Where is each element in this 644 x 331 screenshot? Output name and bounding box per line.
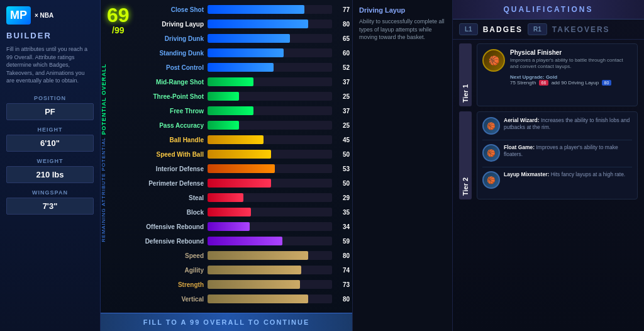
attr-name: Speed With Ball [119, 151, 208, 158]
attr-bar-container [208, 251, 332, 260]
attr-value: 52 [332, 64, 350, 71]
attr-name: Perimeter Defense [119, 180, 208, 187]
attr-row[interactable]: Speed With Ball 50 [119, 147, 350, 161]
attr-name: Three-Point Shot [119, 93, 208, 100]
attr-row[interactable]: Speed 80 [119, 249, 350, 262]
attr-value: 50 [332, 151, 350, 158]
attr-bar-container [208, 5, 332, 14]
attr-name: Speed [119, 252, 208, 259]
attr-row[interactable]: Interior Defense 53 [119, 162, 350, 176]
attr-row[interactable]: Driving Dunk 65 [119, 31, 350, 45]
attr-name: Mid-Range Shot [119, 79, 208, 86]
tab-r1[interactable]: R1 [528, 23, 547, 35]
tab-takeovers-label[interactable]: TAKEOVERS [552, 25, 610, 34]
position-label: POSITION [6, 95, 94, 101]
potential-overall-label: POTENTIAL OVERALL [101, 64, 119, 135]
attr-row[interactable]: Vertical 80 [119, 292, 350, 306]
attr-row[interactable]: Driving Layup 80 [119, 17, 350, 31]
tier2-item: 🏀 Float Game: Improves a player's abilit… [482, 144, 632, 162]
attr-row[interactable]: Pass Accuracy 25 [119, 118, 350, 132]
tab-badges-label[interactable]: BADGES [483, 25, 523, 34]
attr-name: Driving Dunk [119, 35, 208, 42]
attr-row[interactable]: Offensive Rebound 34 [119, 220, 350, 233]
attr-bar [208, 20, 308, 28]
tier2-badge-text-0: Aerial Wizard: Increases the ability to … [504, 117, 632, 131]
tier2-item: 🏀 Aerial Wizard: Increases the ability t… [482, 117, 632, 135]
attr-row[interactable]: Close Shot 77 [119, 3, 350, 16]
attr-bar-container [208, 106, 332, 115]
attr-bar-container [208, 34, 332, 43]
attr-value: 59 [332, 238, 350, 245]
attr-value: 25 [332, 122, 350, 129]
tier2-badge-text-1: Float Game: Improves a player's ability … [504, 144, 632, 158]
nba-logo: × NBA [35, 12, 53, 19]
tier2-badge-desc-2: Hits fancy layups at a high rate. [551, 171, 626, 177]
physical-finisher-icon: 🏀 [482, 49, 505, 72]
attr-bar-container [208, 121, 332, 130]
attr-row[interactable]: Steal 29 [119, 191, 350, 205]
attr-row[interactable]: Post Control 52 [119, 60, 350, 74]
attr-row[interactable]: Defensive Rebound 59 [119, 234, 350, 248]
middle-panel: 69 /99 POTENTIAL OVERALL REMAINING ATTRI… [101, 0, 352, 331]
attr-bar-container [208, 266, 332, 274]
tier2-badge-icon-1: 🏀 [482, 144, 500, 162]
attr-row[interactable]: Perimeter Defense 50 [119, 176, 350, 190]
attr-bar-container [208, 208, 332, 216]
attr-row[interactable]: Free Throw 37 [119, 104, 350, 118]
attr-bar [208, 135, 264, 144]
attributes-list: Close Shot 77 Driving Layup 80 Driving D… [119, 0, 352, 313]
attr-bar-container [208, 92, 332, 101]
attr-value: 45 [332, 137, 350, 143]
tier1-content: 🏀 Physical Finisher Improves a player's … [477, 43, 638, 106]
tier2-badge-name-1: Float Game: [504, 144, 536, 150]
attr-bar [208, 237, 282, 245]
attr-bar [208, 77, 253, 86]
tier2-badge-text-2: Layup Mixmaster: Hits fancy layups at a … [504, 171, 632, 178]
tier2-badge-name-2: Layup Mixmaster: [504, 171, 551, 177]
attr-value: 50 [332, 180, 350, 187]
attr-bar-container [208, 150, 332, 159]
logo-area: MP × NBA [6, 6, 94, 25]
attr-value: 65 [332, 35, 350, 42]
attr-name: Steal [119, 194, 208, 201]
tier2-badge-icon-2: 🏀 [482, 171, 500, 189]
attr-bar-container [208, 77, 332, 86]
attr-name: Block [119, 209, 208, 216]
attr-bar-container [208, 179, 332, 188]
left-panel: MP × NBA BUILDER Fill in attributes unti… [0, 0, 101, 331]
attr-name: Ball Handle [119, 137, 208, 143]
attr-name: Post Control [119, 64, 208, 71]
attr-bar-container [208, 164, 332, 173]
attr-bar [208, 280, 300, 289]
attr-value: 37 [332, 108, 350, 115]
attr-row[interactable]: Strength 73 [119, 278, 350, 291]
attr-row[interactable]: Three-Point Shot 25 [119, 89, 350, 103]
attr-row[interactable]: Block 35 [119, 205, 350, 219]
tier1-label: Tier 1 [459, 43, 472, 106]
attr-bar [208, 295, 308, 303]
attr-bar [208, 48, 284, 57]
attr-row[interactable]: Ball Handle 45 [119, 133, 350, 147]
weight-box: WEIGHT 210 lbs [6, 158, 94, 183]
overall-number: 69 [107, 5, 130, 25]
overall-denom: /99 [107, 25, 130, 35]
attr-name: Interior Defense [119, 166, 208, 172]
tier1-badge-text: Physical Finisher Improves a player's ab… [510, 49, 632, 86]
attr-value: 80 [332, 252, 350, 259]
attr-row[interactable]: Mid-Range Shot 37 [119, 75, 350, 89]
tab-l1[interactable]: L1 [459, 23, 478, 35]
weight-label: WEIGHT [6, 158, 94, 164]
right-panel: QUALIFICATIONS L1 BADGES R1 TAKEOVERS Ti… [453, 0, 644, 331]
info-panel: Driving Layup Ability to successfully co… [352, 0, 453, 331]
tier1-next-upgrade: Next Upgrade: Gold 75 Strength 66 add 90… [510, 74, 632, 86]
tier1-badge-desc: Improves a player's ability to battle th… [510, 57, 632, 70]
attr-name: Close Shot [119, 6, 208, 13]
attr-row[interactable]: Agility 74 [119, 263, 350, 277]
attr-row[interactable]: Standing Dunk 60 [119, 46, 350, 60]
tier1-badge-row: 🏀 Physical Finisher Improves a player's … [482, 49, 632, 86]
vertical-labels: POTENTIAL OVERALL REMAINING ATTRIBUTE PO… [101, 0, 119, 306]
attr-bar [208, 121, 239, 130]
attr-bar [208, 63, 274, 72]
weight-value: 210 lbs [6, 166, 94, 183]
attr-name: Offensive Rebound [119, 223, 208, 230]
